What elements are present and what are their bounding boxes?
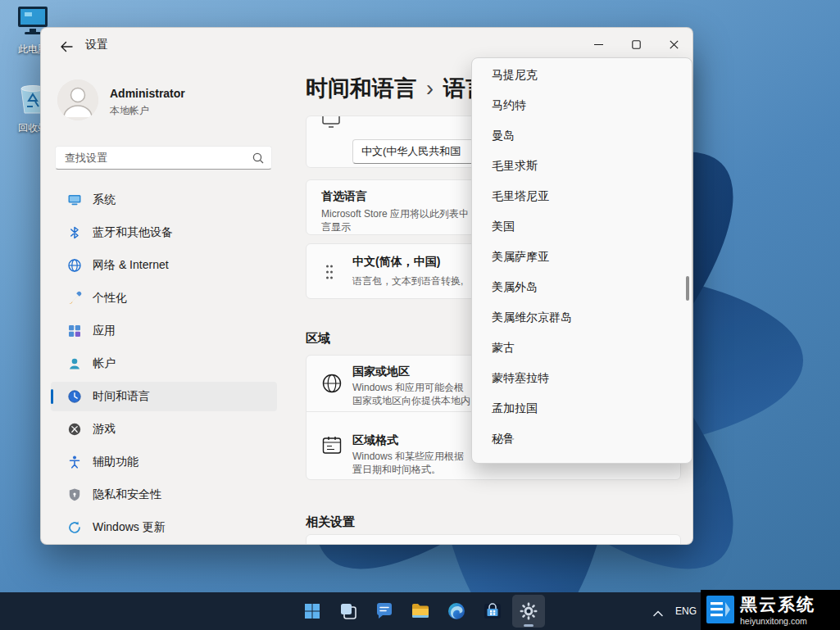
chevron-up-icon xyxy=(653,610,663,617)
close-button[interactable] xyxy=(655,28,692,61)
dropdown-item[interactable]: 蒙古 xyxy=(472,333,692,363)
search-input[interactable] xyxy=(56,147,271,169)
bluetooth-icon xyxy=(67,225,82,240)
accessibility-icon xyxy=(67,455,82,469)
sidebar-item-label: 隐私和安全性 xyxy=(93,487,161,502)
chat-button[interactable] xyxy=(368,595,401,628)
dropdown-item[interactable]: 马提尼克 xyxy=(472,60,692,90)
task-view-icon xyxy=(339,602,357,620)
sidebar-item-windows-update[interactable]: Windows 更新 xyxy=(51,513,277,542)
dropdown-item[interactable]: 毛里塔尼亚 xyxy=(472,181,692,211)
sidebar-item-label: 网络 & Internet xyxy=(93,258,169,273)
country-dropdown: 马提尼克 马约特 曼岛 毛里求斯 毛里塔尼亚 美国 美属萨摩亚 美属外岛 美属维… xyxy=(471,57,692,464)
update-icon xyxy=(67,520,82,535)
privacy-icon xyxy=(67,487,82,502)
related-section-title: 相关设置 xyxy=(306,514,355,530)
country-card-desc2: 国家或地区向你提供本地内 xyxy=(352,394,470,408)
sidebar-item-label: 个性化 xyxy=(93,291,127,306)
tray-chevron-button[interactable] xyxy=(653,605,663,620)
dropdown-item[interactable]: 美属萨摩亚 xyxy=(472,242,692,272)
sidebar-item-label: 帐户 xyxy=(93,356,116,371)
sidebar-item-label: 蓝牙和其他设备 xyxy=(93,225,173,240)
sidebar-item-personalization[interactable]: 个性化 xyxy=(51,283,277,313)
format-card-desc1: Windows 和某些应用根据 xyxy=(352,450,464,464)
country-card-desc1: Windows 和应用可能会根 xyxy=(352,381,464,395)
preferred-languages-desc1: Microsoft Store 应用将以此列表中 xyxy=(321,207,469,221)
dropdown-item[interactable]: 马约特 xyxy=(472,90,692,120)
dropdown-item[interactable]: 美国 xyxy=(472,211,692,242)
user-account-type: 本地帐户 xyxy=(110,104,149,118)
display-language-value: 中文(中华人民共和国 xyxy=(361,144,461,159)
file-explorer-button[interactable] xyxy=(404,595,437,628)
sidebar-item-label: Windows 更新 xyxy=(93,520,166,535)
back-arrow-icon xyxy=(60,40,73,53)
settings-gear-icon xyxy=(519,601,538,621)
window-title: 设置 xyxy=(85,38,108,52)
network-icon xyxy=(67,258,82,273)
taskbar-icons xyxy=(296,595,545,628)
store-button[interactable] xyxy=(476,595,509,628)
start-button[interactable] xyxy=(296,595,329,628)
avatar[interactable] xyxy=(57,79,98,120)
breadcrumb-chevron-icon: › xyxy=(426,76,434,101)
heiyun-logo-icon xyxy=(706,596,734,623)
dropdown-item[interactable]: 蒙特塞拉特 xyxy=(472,363,692,393)
chat-icon xyxy=(375,601,394,621)
dropdown-item[interactable]: 孟加拉国 xyxy=(472,393,692,424)
watermark-title: 黑云系统 xyxy=(740,593,815,616)
edge-button[interactable] xyxy=(440,595,473,628)
dropdown-item[interactable]: 秘鲁 xyxy=(472,424,692,454)
sidebar-item-label: 系统 xyxy=(93,193,116,207)
related-settings-card xyxy=(306,534,681,544)
close-icon xyxy=(670,40,679,49)
format-card-title: 区域格式 xyxy=(352,433,398,448)
regional-format-icon xyxy=(321,435,343,456)
dropdown-item[interactable]: 美属外岛 xyxy=(472,272,692,302)
time-language-icon xyxy=(67,389,82,404)
personalization-icon xyxy=(67,291,82,306)
file-explorer-icon xyxy=(411,601,430,621)
maximize-icon xyxy=(632,40,641,49)
settings-search xyxy=(55,146,272,170)
dropdown-item[interactable]: 美属维尔京群岛 xyxy=(472,302,692,333)
sidebar-item-bluetooth[interactable]: 蓝牙和其他设备 xyxy=(51,218,277,247)
sidebar-item-privacy[interactable]: 隐私和安全性 xyxy=(51,480,277,510)
search-icon xyxy=(252,152,264,164)
dropdown-item[interactable]: 曼岛 xyxy=(472,120,692,151)
sidebar-item-gaming[interactable]: 游戏 xyxy=(51,415,277,444)
drag-handle-icon[interactable] xyxy=(325,263,334,281)
sidebar-item-time-language[interactable]: 时间和语言 xyxy=(51,382,277,411)
sidebar-item-system[interactable]: 系统 xyxy=(51,185,277,215)
accounts-icon xyxy=(67,356,82,371)
maximize-button[interactable] xyxy=(617,28,655,61)
preferred-languages-desc2: 言显示 xyxy=(321,220,351,234)
task-view-button[interactable] xyxy=(332,595,365,628)
sidebar-item-apps[interactable]: 应用 xyxy=(51,316,277,346)
dropdown-item[interactable]: 毛里求斯 xyxy=(472,151,692,181)
sidebar-item-label: 应用 xyxy=(93,324,116,338)
minimize-icon xyxy=(594,40,603,49)
start-icon xyxy=(303,602,321,620)
minimize-button[interactable] xyxy=(579,28,617,61)
sidebar-item-accounts[interactable]: 帐户 xyxy=(51,349,277,378)
globe-icon xyxy=(321,373,343,394)
sidebar-item-label: 辅助功能 xyxy=(93,455,138,469)
sidebar-item-accessibility[interactable]: 辅助功能 xyxy=(51,447,277,477)
sidebar-item-label: 时间和语言 xyxy=(93,389,150,404)
language-item-title: 中文(简体，中国) xyxy=(352,255,440,270)
country-card-title: 国家或地区 xyxy=(352,365,410,379)
preferred-languages-title: 首选语言 xyxy=(321,189,367,204)
watermark-url: heiyunxitong.com xyxy=(740,616,807,626)
watermark: 黑云系统 heiyunxitong.com xyxy=(701,590,840,630)
dropdown-scrollbar[interactable] xyxy=(686,276,689,301)
language-indicator[interactable]: ENG xyxy=(675,592,697,630)
dropdown-item[interactable]: 密克罗尼西亚 xyxy=(472,454,692,464)
selected-indicator xyxy=(51,389,53,404)
breadcrumb-parent[interactable]: 时间和语言 xyxy=(306,76,416,101)
sidebar-item-label: 游戏 xyxy=(93,422,116,437)
back-button[interactable] xyxy=(54,37,79,57)
settings-sidebar: Administrator 本地帐户 系统 蓝牙和其他设备 网络 & Inter… xyxy=(41,64,287,544)
sidebar-item-network[interactable]: 网络 & Internet xyxy=(51,251,277,280)
settings-button[interactable] xyxy=(512,595,545,628)
system-icon xyxy=(67,193,82,207)
